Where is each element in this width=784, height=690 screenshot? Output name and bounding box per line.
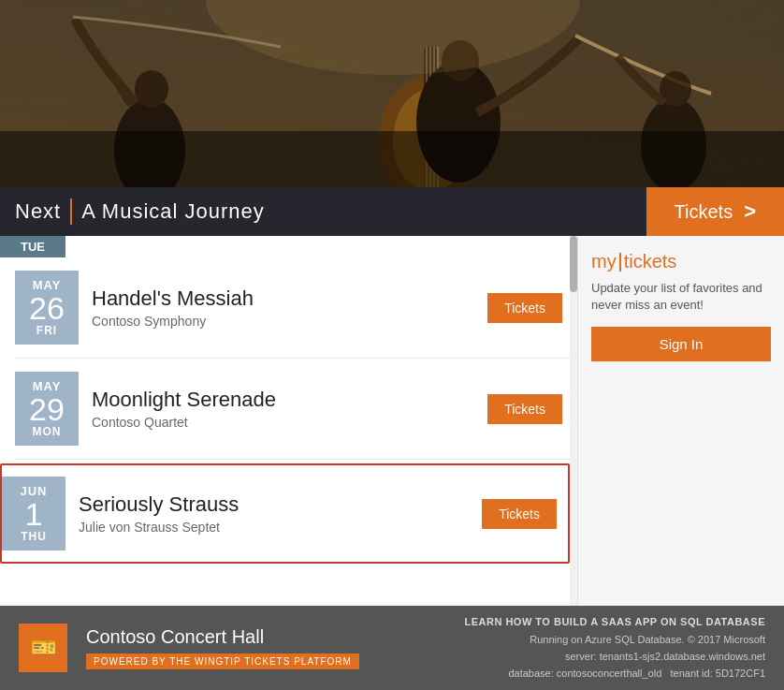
event-subtitle: Contoso Symphony (92, 314, 474, 329)
events-list: MAY 26 FRI Handel's Messiah Contoso Symp… (0, 257, 577, 564)
event-weekday: FRI (36, 324, 57, 337)
header-divider (70, 198, 72, 225)
hero-section (0, 0, 784, 187)
header-title: Next A Musical Journey (0, 187, 265, 236)
event-subtitle: Julie von Strauss Septet (79, 520, 469, 535)
events-area[interactable]: TUE MAY 26 FRI Handel's Messiah Contoso … (0, 236, 578, 606)
footer-logo-icon: 🎫 (31, 636, 56, 660)
mytickets-logo: my tickets (591, 251, 771, 272)
event-tickets-button[interactable]: Tickets (487, 293, 562, 323)
event-date-box: MAY 29 MON (15, 372, 79, 446)
sidebar: my tickets Update your list of favorites… (578, 236, 784, 606)
event-subtitle: Contoso Quartet (92, 415, 474, 430)
event-day: 29 (29, 393, 65, 425)
footer-server: server: tenants1-sjs2.database.windows.n… (565, 651, 765, 662)
footer-tenant: tenant id: 5D172CF1 (670, 668, 765, 679)
footer-powered-label: POWERED BY THE WINGTIP TICKETS PLATFORM (86, 653, 359, 669)
event-title: Moonlight Serenade (92, 388, 474, 412)
footer-brand: Contoso Concert Hall POWERED BY THE WING… (86, 626, 445, 669)
event-tickets-button[interactable]: Tickets (487, 394, 562, 424)
footer-database: database: contosoconcerthall_old (508, 668, 661, 679)
event-date-box: JUN 1 THU (2, 477, 65, 551)
footer: 🎫 Contoso Concert Hall POWERED BY THE WI… (0, 606, 784, 690)
footer-logo: 🎫 (19, 624, 67, 672)
footer-learn-label: LEARN HOW TO BUILD A SAAS APP ON SQL DAT… (464, 614, 765, 631)
event-info: Moonlight Serenade Contoso Quartet (92, 388, 474, 429)
scrollbar-track[interactable] (570, 236, 577, 606)
event-info: Handel's Messiah Contoso Symphony (92, 286, 474, 328)
header-bar: Next A Musical Journey Tickets > (0, 187, 784, 236)
event-weekday: MON (33, 425, 62, 438)
main-content: TUE MAY 26 FRI Handel's Messiah Contoso … (0, 236, 784, 606)
date-indicator: TUE (0, 236, 65, 257)
event-tickets-button[interactable]: Tickets (482, 499, 557, 529)
header-subtitle: A Musical Journey (81, 199, 265, 224)
mytickets-logo-text: my (591, 251, 617, 272)
hero-image (0, 0, 784, 187)
sidebar-description: Update your list of favorites and never … (591, 280, 771, 314)
event-item-selected: JUN 1 THU Seriously Strauss Julie von St… (0, 463, 570, 564)
mytickets-cursor (619, 253, 621, 272)
event-title: Handel's Messiah (92, 286, 474, 311)
signin-button[interactable]: Sign In (591, 327, 771, 361)
event-title: Seriously Strauss (79, 492, 469, 517)
event-weekday: THU (21, 530, 47, 543)
footer-info: LEARN HOW TO BUILD A SAAS APP ON SQL DAT… (464, 614, 765, 682)
tickets-header-label: Tickets (675, 201, 733, 223)
tickets-header-arrow: > (744, 199, 756, 224)
svg-rect-15 (0, 131, 784, 187)
event-date-box: MAY 26 FRI (15, 271, 79, 345)
next-label: Next (15, 199, 61, 224)
footer-brand-name: Contoso Concert Hall (86, 626, 445, 648)
footer-running: Running on Azure SQL Database. © 2017 Mi… (530, 634, 765, 645)
scrollbar-thumb[interactable] (570, 236, 577, 292)
event-item: MAY 29 MON Moonlight Serenade Contoso Qu… (15, 359, 577, 460)
mytickets-logo-text2: tickets (624, 251, 677, 272)
event-day: 1 (25, 498, 43, 530)
event-item: MAY 26 FRI Handel's Messiah Contoso Symp… (15, 257, 577, 359)
event-day: 26 (29, 292, 65, 324)
tickets-header-button[interactable]: Tickets > (646, 187, 784, 236)
event-info: Seriously Strauss Julie von Strauss Sept… (79, 492, 469, 534)
svg-point-3 (135, 70, 168, 108)
